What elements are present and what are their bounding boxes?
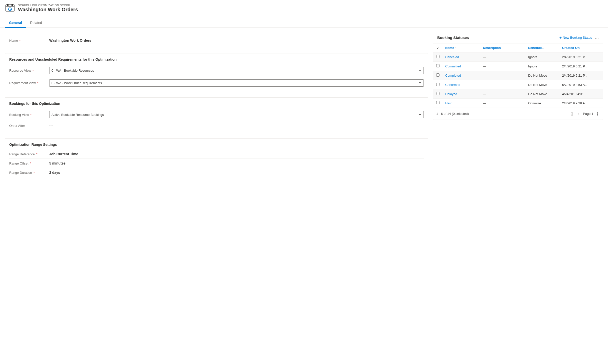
row-created-on: 2/4/2019 6:21 P... [562, 64, 600, 68]
booking-view-select[interactable]: Active Bookable Resource Bookings [49, 111, 424, 118]
row-checkbox[interactable] [436, 92, 445, 96]
row-checkbox[interactable] [436, 73, 445, 77]
pagination: ⟨| ⟨ Page 1 ⟩ [569, 110, 600, 117]
booking-view-row: Booking View * Active Bookable Resource … [9, 109, 424, 121]
booking-panel: Booking Statuses + New Booking Status ..… [433, 32, 603, 120]
app-header: SCHEDULING OPTIMIZATION SCOPE Washington… [0, 0, 608, 16]
range-offset-value: 5 minutes [49, 161, 424, 165]
next-page-button[interactable]: ⟩ [595, 110, 600, 117]
name-section: Name * Washington Work Orders [5, 32, 428, 49]
table-row: Completed --- Do Not Move 2/4/2019 6:21 … [433, 71, 603, 80]
more-options-button[interactable]: ... [595, 35, 599, 40]
row-name[interactable]: Canceled [445, 55, 483, 59]
range-duration-value: 2 days [49, 171, 424, 175]
row-description: --- [483, 64, 528, 68]
range-duration-label: Range Duration * [9, 171, 49, 175]
header-subtitle: SCHEDULING OPTIMIZATION SCOPE [18, 4, 78, 7]
booking-actions: + New Booking Status ... [560, 35, 599, 40]
requirement-view-row: Requirement View * 0 - WA - Work Order R… [9, 77, 424, 89]
row-description: --- [483, 92, 528, 96]
tabs: General Related [0, 18, 608, 28]
checkmark-icon: ✓ [436, 45, 440, 50]
table-row: Committed --- Ignore 2/4/2019 6:21 P... [433, 62, 603, 71]
required-star-rv: * [32, 69, 34, 72]
svg-line-6 [10, 9, 11, 10]
table-footer: 1 - 6 of 14 (0 selected) ⟨| ⟨ Page 1 ⟩ [433, 108, 603, 120]
footer-count: 1 - 6 of 14 (0 selected) [436, 112, 569, 116]
row-created-on: 4/24/2019 4:31 ... [562, 92, 600, 96]
row-name[interactable]: Committed [445, 64, 483, 68]
row-scheduling: Ignore [528, 64, 562, 68]
header-text: SCHEDULING OPTIMIZATION SCOPE Washington… [18, 4, 78, 12]
row-scheduling: Do Not Move [528, 83, 562, 87]
row-checkbox[interactable] [436, 64, 445, 68]
requirement-view-select[interactable]: 0 - WA - Work Order Requirements [49, 79, 424, 87]
row-name[interactable]: Hard [445, 101, 483, 105]
range-reference-row: Range Reference * Job Current Time [9, 150, 424, 159]
svg-rect-2 [12, 4, 13, 6]
bookings-section: Bookings for this Optimization Booking V… [5, 97, 428, 134]
row-scheduling: Optimize [528, 101, 562, 105]
required-star-rqv: * [37, 81, 38, 85]
table-body: Canceled --- Ignore 2/4/2019 6:21 P... C… [433, 52, 603, 108]
resource-view-row: Resource View * 0 - WA - Bookable Resour… [9, 64, 424, 77]
main-content: Name * Washington Work Orders Resources … [0, 28, 608, 185]
prev-page-button[interactable]: ⟨ [576, 110, 581, 117]
row-scheduling: Do Not Move [528, 74, 562, 77]
tab-related[interactable]: Related [26, 18, 46, 28]
name-label: Name * [9, 39, 49, 42]
row-scheduling: Ignore [528, 55, 562, 59]
table-row: Canceled --- Ignore 2/4/2019 6:21 P... [433, 52, 603, 62]
header-title: Washington Work Orders [18, 7, 78, 12]
app-icon [5, 3, 15, 13]
name-row: Name * Washington Work Orders [9, 36, 424, 45]
row-scheduling: Do Not Move [528, 92, 562, 96]
range-offset-label: Range Offset * [9, 162, 49, 165]
svg-rect-1 [7, 4, 8, 6]
required-star-bv: * [30, 113, 32, 117]
range-duration-row: Range Duration * 2 days [9, 168, 424, 177]
new-booking-label: New Booking Status [563, 36, 592, 39]
requirement-view-label: Requirement View * [9, 81, 49, 85]
range-reference-label: Range Reference * [9, 152, 49, 156]
new-booking-button[interactable]: + New Booking Status [560, 35, 592, 40]
tab-general[interactable]: General [5, 18, 26, 28]
row-description: --- [483, 74, 528, 77]
row-description: --- [483, 55, 528, 59]
booking-statuses-panel: Booking Statuses + New Booking Status ..… [433, 32, 603, 181]
row-checkbox[interactable] [436, 101, 445, 105]
col-header-description[interactable]: Description [483, 46, 528, 50]
required-star-ro: * [30, 162, 31, 165]
booking-statuses-title: Booking Statuses [437, 35, 560, 40]
col-header-name[interactable]: Name ↑ [445, 46, 483, 50]
resource-view-label: Resource View * [9, 69, 49, 72]
row-name[interactable]: Confirmed [445, 83, 483, 87]
sort-icon: ↑ [455, 46, 456, 49]
row-checkbox[interactable] [436, 83, 445, 87]
header-checkbox-col: ✓ [436, 45, 445, 50]
resources-section: Resources and Unscheduled Requirements f… [5, 53, 428, 93]
plus-icon: + [560, 35, 562, 40]
first-page-button[interactable]: ⟨| [569, 110, 574, 117]
required-star: * [19, 39, 20, 42]
row-created-on: 2/4/2019 6:21 P... [562, 74, 600, 77]
resources-title: Resources and Unscheduled Requirements f… [9, 57, 424, 61]
on-or-after-label: On or After [9, 124, 49, 128]
row-created-on: 2/8/2019 9:28 A... [562, 101, 600, 105]
optimization-title: Optimization Range Settings [9, 143, 424, 147]
range-offset-row: Range Offset * 5 minutes [9, 159, 424, 168]
table-row: Confirmed --- Do Not Move 5/7/2019 8:53 … [433, 80, 603, 89]
row-name[interactable]: Completed [445, 74, 483, 77]
table-row: Delayed --- Do Not Move 4/24/2019 4:31 .… [433, 89, 603, 99]
booking-view-label: Booking View * [9, 113, 49, 117]
col-header-scheduling[interactable]: Scheduli... [528, 46, 562, 50]
bookings-title: Bookings for this Optimization [9, 102, 424, 106]
col-header-created-on[interactable]: Created On [562, 46, 600, 50]
resource-view-select[interactable]: 0 - WA - Bookable Resources [49, 67, 424, 74]
row-created-on: 2/4/2019 6:21 P... [562, 55, 600, 59]
table-header: ✓ Name ↑ Description Scheduli... Created… [433, 43, 603, 52]
row-name[interactable]: Delayed [445, 92, 483, 96]
row-created-on: 5/7/2019 8:53 A... [562, 83, 600, 87]
row-checkbox[interactable] [436, 55, 445, 59]
booking-panel-header: Booking Statuses + New Booking Status ..… [433, 32, 603, 43]
